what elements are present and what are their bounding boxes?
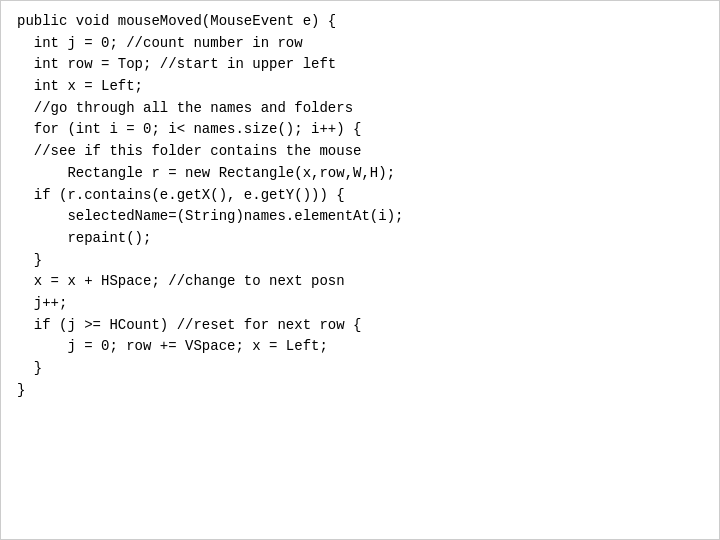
code-container: public void mouseMoved(MouseEvent e) { i…: [0, 0, 720, 540]
code-block: public void mouseMoved(MouseEvent e) { i…: [17, 11, 703, 401]
